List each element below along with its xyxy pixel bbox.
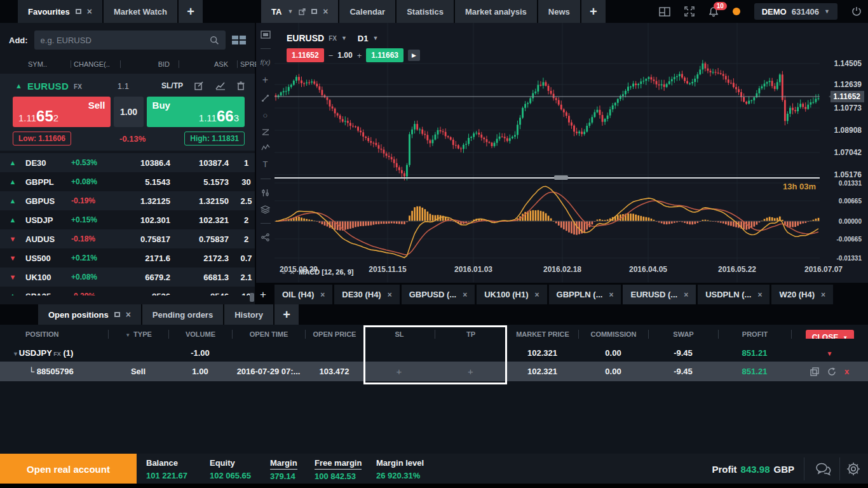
duplicate-order-icon[interactable] (810, 367, 819, 376)
tab-pending-orders[interactable]: Pending orders (142, 304, 223, 325)
close-tab-icon[interactable]: × (609, 290, 613, 299)
pos-col-sl[interactable]: SL (363, 330, 435, 339)
row-bid[interactable]: 6679.2 (121, 273, 179, 282)
watchlist-row-usdjp[interactable]: ▲USDJP+0.15%102.301102.3212 (0, 210, 255, 229)
account-selector[interactable]: DEMO 631406 ▼ (754, 3, 837, 20)
row-ask[interactable]: 8546 (179, 292, 238, 295)
watchlist-row-spa35[interactable]: ▲SPA35-0.29%8536854610 (0, 287, 255, 295)
close-tab-icon[interactable]: × (821, 290, 825, 299)
indicators-fx-icon[interactable]: f(x) (259, 58, 273, 66)
set-tp-button[interactable]: + (435, 366, 506, 377)
close-tab-icon[interactable]: × (320, 290, 325, 299)
pos-col-open-time[interactable]: OPEN TIME (232, 330, 305, 339)
pos-col-type[interactable]: ▼TYPE (108, 330, 168, 339)
close-position-icon[interactable]: x (844, 367, 849, 376)
pos-col-tp[interactable]: TP (435, 330, 506, 339)
row-ask[interactable]: 102.321 (179, 215, 238, 225)
volume-value[interactable]: 1.00 (337, 51, 352, 60)
chart-tab-gbpusd-[interactable]: GBPUSD (...× (402, 285, 475, 304)
watchlist-row-uk100[interactable]: ▼UK100+0.08%6679.26681.32.1 (0, 268, 255, 287)
buy-button[interactable]: Buy 1.11663 (147, 97, 245, 127)
open-chart-icon[interactable] (215, 81, 226, 90)
fibonacci-tool-icon[interactable] (259, 128, 273, 136)
volume-stepper[interactable]: 1.00 (114, 97, 143, 127)
shapes-tool-icon[interactable]: ○ (259, 111, 273, 120)
chevron-down-icon[interactable]: ▼ (287, 8, 293, 15)
row-ask[interactable]: 10387.4 (179, 158, 238, 168)
elliott-wave-tool-icon[interactable] (259, 144, 273, 151)
sell-button[interactable]: Sell 1.11652 (13, 97, 111, 127)
edit-order-icon[interactable] (194, 81, 204, 91)
row-ask[interactable]: 1.32150 (179, 196, 238, 206)
row-bid[interactable]: 0.75817 (121, 234, 179, 244)
watchlist-row-gbpus[interactable]: ▲GBPUS-0.19%1.321251.321502.5 (0, 191, 255, 210)
add-tab-button[interactable]: + (275, 304, 299, 325)
trash-icon[interactable] (237, 81, 245, 90)
instrument-symbol[interactable]: EURUSD (27, 81, 69, 92)
pos-col-profit[interactable]: PROFIT (718, 330, 791, 339)
row-bid[interactable]: 8536 (121, 292, 179, 295)
watchlist-row-audus[interactable]: ▼AUDUS-0.18%0.758170.758372 (0, 229, 255, 248)
chart-settings-icon[interactable] (259, 189, 273, 197)
col-ask[interactable]: ASK (179, 60, 238, 68)
expand-order-widget-button[interactable]: ▶ (408, 50, 420, 61)
tab-market-analysis[interactable]: Market analysis (455, 0, 537, 23)
fullscreen-icon[interactable] (684, 6, 695, 17)
pos-col-market-price[interactable]: MARKET PRICE (506, 330, 578, 339)
chart-tab-w20-h4-[interactable]: W20 (H4)× (771, 285, 833, 304)
pos-col-position[interactable]: POSITION (0, 330, 108, 339)
row-bid[interactable]: 5.1543 (121, 177, 179, 187)
chart-tab-uk100-h1-[interactable]: UK100 (H1)× (477, 285, 546, 304)
pos-col-volume[interactable]: VOLUME (168, 330, 232, 339)
popout-window-icon[interactable] (114, 312, 120, 317)
open-real-account-button[interactable]: Open real account (0, 454, 137, 484)
chart-tab-gbppln-[interactable]: GBPPLN (...× (549, 285, 621, 304)
tab-open-positions[interactable]: Open positions × (38, 304, 141, 325)
tab-calendar[interactable]: Calendar (339, 0, 395, 23)
row-ask[interactable]: 2172.3 (179, 254, 238, 263)
pos-col-commission[interactable]: COMMISSION (578, 330, 648, 339)
share-icon[interactable] (259, 233, 273, 241)
watchlist-row-us500[interactable]: ▼US500+0.21%2171.62172.30.7 (0, 248, 255, 268)
volume-plus-button[interactable]: + (357, 51, 362, 60)
chat-support-button[interactable] (815, 454, 831, 484)
layers-icon[interactable] (259, 205, 273, 214)
power-logout-icon[interactable] (851, 6, 862, 17)
group-position[interactable]: ▾ USDJPY FX (1) (0, 348, 108, 358)
crosshair-icon[interactable]: + (259, 74, 273, 86)
chevron-down-icon[interactable]: ▼ (341, 35, 347, 41)
layout-icon[interactable] (659, 7, 670, 17)
scrollbar-thumb[interactable] (250, 293, 254, 302)
add-tab-button[interactable]: + (581, 0, 606, 23)
popout-icon[interactable] (299, 8, 306, 15)
tab-statistics[interactable]: Statistics (397, 0, 454, 23)
chart-tab-eurusd-[interactable]: EURUSD (...× (623, 285, 696, 304)
collapse-chevron-icon[interactable]: ▲ (15, 82, 22, 90)
add-chart-tab-button[interactable]: + (256, 285, 273, 304)
symbol-search-input[interactable] (41, 36, 210, 45)
text-tool-icon[interactable]: T (259, 159, 273, 169)
row-bid[interactable]: 10386.4 (121, 158, 179, 168)
tab-favourites[interactable]: Favourites × (18, 0, 102, 23)
popout-window-icon[interactable] (76, 9, 81, 14)
close-tab-icon[interactable]: × (463, 290, 467, 299)
col-change[interactable]: CHANGE(.. (71, 60, 121, 68)
quick-sell-button[interactable]: 1.11652 (287, 48, 324, 62)
reverse-order-icon[interactable] (827, 367, 836, 376)
col-bid[interactable]: BID (121, 60, 179, 68)
row-ask[interactable]: 6681.3 (179, 273, 238, 282)
row-ask[interactable]: 5.1573 (179, 177, 238, 187)
view-mode-grid-icon[interactable] (232, 36, 246, 44)
pos-col-open-price[interactable]: OPEN PRICE (305, 330, 363, 339)
watchlist-row-gbppl[interactable]: ▲GBPPL+0.08%5.15435.157330 (0, 172, 255, 191)
watchlist-row-de30[interactable]: ▲DE30+0.53%10386.410387.41 (0, 153, 255, 172)
close-icon[interactable]: × (126, 310, 131, 319)
close-tab-icon[interactable]: × (388, 290, 392, 299)
notifications-bell[interactable]: 10 (709, 6, 719, 17)
symbol-search-box[interactable] (34, 30, 226, 50)
sltp-label[interactable]: SL/TP (161, 81, 183, 90)
set-sl-button[interactable]: + (363, 366, 435, 377)
close-tab-icon[interactable]: × (535, 290, 539, 299)
close-tab-icon[interactable]: × (757, 290, 762, 299)
chart-tab-de30-h4-[interactable]: DE30 (H4)× (334, 285, 399, 304)
